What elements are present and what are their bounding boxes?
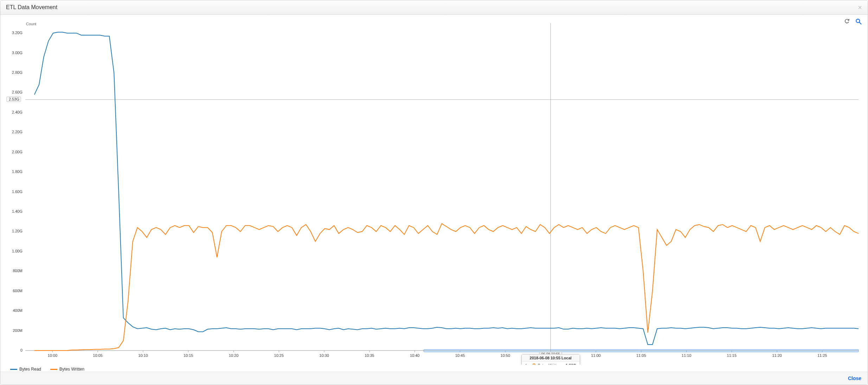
legend-label-read: Bytes Read	[19, 367, 41, 372]
svg-text:2.60G: 2.60G	[12, 90, 22, 94]
svg-text:10:40: 10:40	[410, 353, 420, 358]
tooltip-row-written: 1. Bytes Written 1.26G	[522, 362, 580, 365]
tooltip-header: 2018-06-08 10:55 Local	[522, 354, 580, 362]
zoom-icon[interactable]	[855, 18, 861, 24]
svg-rect-60	[424, 349, 859, 352]
tooltip-series-value: 1.26G	[566, 363, 576, 365]
svg-text:10:30: 10:30	[319, 353, 329, 358]
svg-text:10:50: 10:50	[501, 353, 510, 358]
svg-text:10:45: 10:45	[455, 353, 465, 358]
svg-text:10:10: 10:10	[138, 353, 148, 358]
svg-text:Count: Count	[26, 22, 36, 26]
svg-text:2.53G: 2.53G	[9, 97, 19, 101]
svg-text:1.60G: 1.60G	[12, 190, 22, 194]
svg-text:3.20G: 3.20G	[12, 31, 22, 35]
svg-text:200M: 200M	[13, 328, 22, 333]
hover-tooltip: 2018-06-08 10:55 Local 1. Bytes Written …	[521, 354, 580, 365]
svg-text:11:15: 11:15	[727, 353, 737, 358]
svg-text:10:20: 10:20	[229, 353, 239, 358]
line-chart[interactable]: 2.53G0200M400M600M800M1.00G1.20G1.40G1.6…	[6, 20, 862, 365]
svg-text:2.20G: 2.20G	[12, 130, 22, 134]
legend-swatch-icon	[50, 369, 57, 370]
svg-text:2.00G: 2.00G	[12, 150, 22, 154]
chart-legend: Bytes Read Bytes Written	[0, 365, 868, 372]
svg-line-1	[860, 23, 861, 24]
svg-text:1.00G: 1.00G	[12, 249, 22, 253]
svg-text:1.40G: 1.40G	[12, 209, 22, 213]
modal-footer: Close	[0, 372, 868, 385]
svg-text:3.00G: 3.00G	[12, 51, 22, 55]
tooltip-series-label: Bytes Written	[538, 363, 561, 365]
chart-area[interactable]: 2.53G0200M400M600M800M1.00G1.20G1.40G1.6…	[0, 15, 868, 365]
svg-text:1.20G: 1.20G	[12, 229, 22, 233]
close-icon[interactable]: ×	[858, 4, 862, 11]
svg-text:10:35: 10:35	[365, 353, 374, 358]
chart-toolbar	[844, 18, 861, 24]
tooltip-index: 1.	[525, 363, 530, 365]
legend-swatch-icon	[10, 369, 17, 370]
svg-text:2.40G: 2.40G	[12, 110, 22, 114]
close-button[interactable]: Close	[848, 376, 861, 381]
legend-item-read[interactable]: Bytes Read	[10, 367, 41, 372]
svg-text:2.80G: 2.80G	[12, 70, 22, 75]
svg-text:400M: 400M	[13, 308, 22, 313]
svg-text:11:10: 11:10	[682, 353, 692, 358]
svg-text:10:00: 10:00	[48, 353, 58, 358]
legend-label-written: Bytes Written	[59, 367, 84, 372]
svg-text:10:15: 10:15	[184, 353, 193, 358]
svg-text:11:00: 11:00	[591, 353, 601, 358]
chart-modal: ETL Data Movement × 2.53G0200M400M600M80…	[0, 0, 868, 385]
legend-item-written[interactable]: Bytes Written	[50, 367, 84, 372]
svg-text:11:25: 11:25	[817, 353, 827, 358]
refresh-icon[interactable]	[844, 18, 850, 24]
ring-icon	[532, 364, 536, 365]
svg-text:11:20: 11:20	[772, 353, 782, 358]
svg-text:800M: 800M	[13, 269, 22, 273]
svg-text:600M: 600M	[13, 289, 22, 293]
svg-text:0: 0	[20, 348, 22, 352]
svg-text:10:05: 10:05	[93, 353, 103, 358]
svg-text:10:25: 10:25	[274, 353, 284, 358]
modal-title: ETL Data Movement	[6, 4, 57, 11]
modal-header: ETL Data Movement ×	[0, 0, 868, 15]
svg-text:11:05: 11:05	[636, 353, 646, 358]
svg-text:1.80G: 1.80G	[12, 169, 22, 174]
